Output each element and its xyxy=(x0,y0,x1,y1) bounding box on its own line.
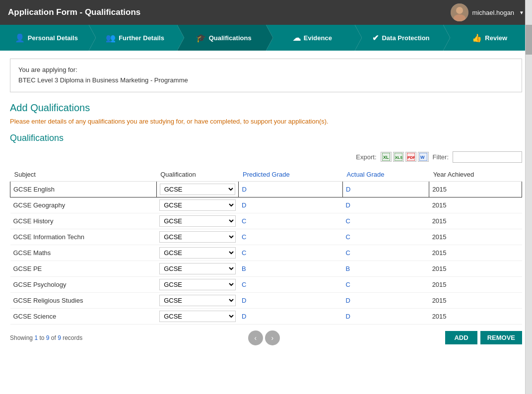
records-info: Showing 1 to 9 of 9 records xyxy=(10,334,82,341)
programme-value: BTEC Level 3 Diploma in Business Marketi… xyxy=(18,75,514,86)
total[interactable]: 9 xyxy=(58,334,61,341)
action-buttons: ADD REMOVE xyxy=(445,331,522,344)
predicted-grade-cell: C xyxy=(239,245,343,261)
filter-input[interactable] xyxy=(453,151,522,163)
qualification-select[interactable]: GCSE xyxy=(159,295,236,306)
app-title: Application Form - Qualifications xyxy=(8,7,140,17)
export-xls-button[interactable]: XL xyxy=(381,152,392,162)
export-icons: XL XLS PDF xyxy=(381,152,429,162)
table-row[interactable]: GCSE PsychologyGCSECC2015 xyxy=(10,276,522,292)
svg-text:XL: XL xyxy=(383,155,389,160)
applying-for-label: You are applying for: xyxy=(18,65,514,75)
predicted-grade-cell: B xyxy=(239,261,343,276)
year-achieved-cell: 2015 xyxy=(429,181,522,197)
year-achieved-cell: 2015 xyxy=(429,308,522,324)
step-further-details[interactable]: 👥 Further Details xyxy=(89,25,178,51)
step-review-label: Review xyxy=(485,34,507,42)
qualification-select[interactable]: GCSE xyxy=(159,215,236,227)
qualification-select[interactable]: GCSE xyxy=(159,231,236,243)
qualification-select[interactable]: GCSE xyxy=(159,199,236,211)
step-evidence[interactable]: ☁ Evidence xyxy=(266,25,355,51)
qualification-select[interactable]: GCSE xyxy=(160,184,236,195)
scrollbar-track[interactable] xyxy=(525,0,532,394)
export-xlsx-button[interactable]: XLS xyxy=(393,152,404,162)
predicted-grade-cell: D xyxy=(239,308,343,324)
range-end[interactable]: 9 xyxy=(46,334,50,341)
subject-cell: GCSE Maths xyxy=(10,245,157,261)
avatar xyxy=(451,3,468,21)
remove-button[interactable]: REMOVE xyxy=(480,331,522,344)
qualifications-section-label: Qualifications xyxy=(10,133,522,143)
add-button[interactable]: ADD xyxy=(445,331,477,344)
qualification-cell[interactable]: GCSE xyxy=(156,181,239,197)
table-row[interactable]: GCSE HistoryGCSECC2015 xyxy=(10,213,522,229)
table-row[interactable]: GCSE Information TechnGCSECC2015 xyxy=(10,229,522,245)
qualification-cell[interactable]: GCSE xyxy=(156,229,239,245)
step-review[interactable]: 👍 Review xyxy=(443,25,532,51)
of-text: of xyxy=(51,334,58,341)
subject-cell: GCSE English xyxy=(10,181,157,197)
next-page-button[interactable]: › xyxy=(265,330,280,345)
subject-cell: GCSE Science xyxy=(10,308,157,324)
prev-page-button[interactable]: ‹ xyxy=(248,330,263,345)
qualification-cell[interactable]: GCSE xyxy=(156,261,239,276)
year-achieved-cell: 2015 xyxy=(429,292,522,308)
predicted-grade-cell: D xyxy=(239,197,343,213)
actual-grade-cell: B xyxy=(343,261,429,276)
qualifications-icon: 🎓 xyxy=(196,33,206,43)
qualification-cell[interactable]: GCSE xyxy=(156,197,239,213)
col-subject: Subject xyxy=(10,168,157,182)
subject-cell: GCSE Psychology xyxy=(10,276,157,292)
step-navigation: 👤 Personal Details 👥 Further Details 🎓 Q… xyxy=(0,25,532,51)
year-achieved-cell: 2015 xyxy=(429,261,522,276)
table-header-row: Subject Qualification Predicted Grade Ac… xyxy=(10,168,522,182)
qualification-cell[interactable]: GCSE xyxy=(156,245,239,261)
svg-text:W: W xyxy=(420,155,425,160)
actual-grade-cell: D xyxy=(343,197,429,213)
table-row[interactable]: GCSE GeographyGCSEDD2015 xyxy=(10,197,522,213)
pagination: ‹ › xyxy=(248,330,280,345)
showing-text: Showing xyxy=(10,334,34,341)
col-year-achieved: Year Achieved xyxy=(429,168,522,182)
to-text: to xyxy=(39,334,46,341)
step-evidence-label: Evidence xyxy=(304,34,332,42)
qualification-cell[interactable]: GCSE xyxy=(156,308,239,324)
username: michael.hogan xyxy=(472,9,515,16)
table-row[interactable]: GCSE PEGCSEBB2015 xyxy=(10,261,522,276)
filter-label: Filter: xyxy=(433,153,449,161)
subject-cell: GCSE Information Techn xyxy=(10,229,157,245)
user-menu[interactable]: michael.hogan ▼ xyxy=(451,3,524,21)
qualification-cell[interactable]: GCSE xyxy=(156,213,239,229)
qualification-select[interactable]: GCSE xyxy=(159,247,236,259)
step-personal-details-label: Personal Details xyxy=(28,34,78,42)
export-word-button[interactable]: W xyxy=(418,152,429,162)
qualification-select[interactable]: GCSE xyxy=(159,311,236,322)
qualification-cell[interactable]: GCSE xyxy=(156,292,239,308)
qualifications-table: Subject Qualification Predicted Grade Ac… xyxy=(10,168,522,325)
application-info-box: You are applying for: BTEC Level 3 Diplo… xyxy=(10,59,522,92)
range-start[interactable]: 1 xyxy=(34,334,38,341)
instruction-text: Please enter details of any qualificatio… xyxy=(10,118,522,125)
actual-grade-cell: D xyxy=(343,308,429,324)
evidence-icon: ☁ xyxy=(293,33,301,43)
year-achieved-cell: 2015 xyxy=(429,197,522,213)
export-pdf-button[interactable]: PDF xyxy=(405,152,416,162)
scrollbar-thumb[interactable] xyxy=(526,25,532,55)
col-predicted-grade: Predicted Grade xyxy=(239,168,343,182)
main-content: You are applying for: BTEC Level 3 Diplo… xyxy=(0,51,532,394)
step-qualifications[interactable]: 🎓 Qualifications xyxy=(177,25,266,51)
step-data-protection[interactable]: ✔ Data Protection xyxy=(355,25,444,51)
predicted-grade-cell: C xyxy=(239,276,343,292)
qualification-select[interactable]: GCSE xyxy=(159,279,236,290)
table-row[interactable]: GCSE ScienceGCSEDD2015 xyxy=(10,308,522,324)
qualification-cell[interactable]: GCSE xyxy=(156,276,239,292)
qualification-select[interactable]: GCSE xyxy=(159,263,236,274)
subject-cell: GCSE Geography xyxy=(10,197,157,213)
table-row[interactable]: GCSE Religious StudiesGCSEDD2015 xyxy=(10,292,522,308)
table-row[interactable]: GCSE EnglishGCSEDD2015 xyxy=(10,181,522,197)
predicted-grade-cell: C xyxy=(239,213,343,229)
step-personal-details[interactable]: 👤 Personal Details xyxy=(0,25,89,51)
table-row[interactable]: GCSE MathsGCSECC2015 xyxy=(10,245,522,261)
step-further-details-label: Further Details xyxy=(119,34,164,42)
svg-text:XLS: XLS xyxy=(395,155,402,160)
